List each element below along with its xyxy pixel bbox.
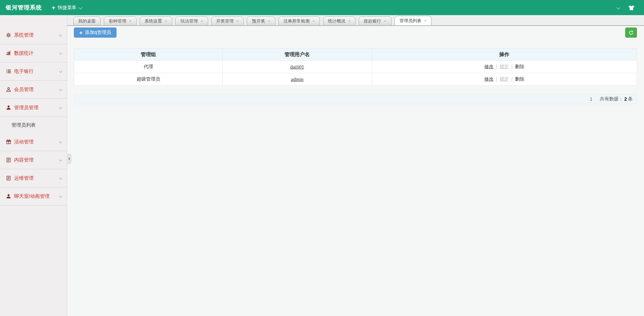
close-icon[interactable]: ×	[268, 19, 270, 23]
tab-my-desktop[interactable]: 我的桌面	[73, 16, 101, 25]
sidebar-item-chatroom[interactable]: 聊天室/动画管理	[0, 187, 67, 206]
chevron-down-icon	[59, 140, 62, 143]
theme-button[interactable]	[628, 5, 635, 10]
separator: |	[494, 64, 500, 69]
tab-play-mgmt[interactable]: 玩法管理×	[175, 16, 208, 25]
sidebar-item-admins[interactable]: 管理员管理	[0, 99, 67, 117]
chevron-down-icon	[59, 106, 62, 109]
add-admin-button[interactable]: + 添加q管理员	[74, 28, 117, 38]
add-admin-label: 添加q管理员	[85, 30, 111, 36]
column-header-actions: 操作	[372, 49, 637, 61]
workspace: 我的桌面 彩种管理× 系统设置× 玩法管理× 开奖管理× 预开奖× 注单异常检测…	[67, 15, 644, 316]
collapse-topbar-button[interactable]	[617, 6, 619, 9]
tab-label: 提款银行	[364, 18, 381, 24]
delete-link[interactable]: 删除	[515, 64, 524, 69]
separator: |	[494, 76, 500, 82]
arrow-left-icon	[68, 157, 70, 160]
tab-label: 系统设置	[145, 18, 162, 24]
username-link[interactable]: daili01	[290, 64, 304, 70]
cell-group: 代理	[74, 61, 223, 73]
tab-bar: 我的桌面 彩种管理× 系统设置× 玩法管理× 开奖管理× 预开奖× 注单异常检测…	[67, 15, 644, 26]
tab-label: 玩法管理	[180, 18, 198, 24]
sidebar-item-statistics[interactable]: 数据统计	[0, 44, 67, 62]
table-row: 超级管理员 admin 修改|锁定|删除	[74, 73, 637, 86]
edit-link[interactable]: 修改	[484, 64, 494, 69]
sidebar-item-label: 活动管理	[14, 139, 34, 145]
chevron-down-icon	[59, 51, 62, 55]
close-icon[interactable]: ×	[384, 19, 386, 23]
sidebar-item-ops[interactable]: 运维管理	[0, 169, 67, 187]
sidebar-item-label: 管理员管理	[14, 104, 39, 111]
cell-group: 超级管理员	[74, 73, 223, 86]
chevron-down-icon	[59, 176, 62, 180]
chevron-down-icon	[59, 33, 62, 37]
total-label: 共有数据：	[600, 96, 623, 102]
username-link[interactable]: admin	[291, 77, 304, 82]
column-header-username: 管理用户名	[223, 49, 372, 61]
gift-icon	[6, 139, 11, 144]
sidebar-item-activities[interactable]: 活动管理	[0, 133, 67, 151]
tab-draw-mgmt[interactable]: 开奖管理×	[211, 16, 244, 25]
topbar-right	[617, 5, 644, 10]
table-header-row: 管理组 管理用户名 操作	[74, 49, 637, 61]
close-icon[interactable]: ×	[200, 19, 203, 23]
app: 银河管理系统 + 快捷菜单 系统管理	[0, 0, 644, 316]
refresh-button[interactable]	[625, 28, 637, 38]
quick-menu-label: 快捷菜单	[58, 5, 77, 11]
pagination-bar: 1 共有数据：2条	[74, 94, 637, 104]
total-count: 2	[623, 96, 628, 102]
sidebar-item-ebank[interactable]: 电子银行	[0, 62, 67, 81]
close-icon[interactable]: ×	[165, 19, 168, 23]
bar-chart-icon	[6, 51, 11, 56]
tab-label: 注单异常检测	[283, 18, 310, 24]
tab-label: 开奖管理	[216, 18, 234, 24]
quick-menu-button[interactable]: + 快捷菜单	[47, 0, 86, 15]
tab-system-settings[interactable]: 系统设置×	[140, 16, 173, 25]
column-header-group: 管理组	[74, 49, 223, 61]
sidebar-item-label: 运维管理	[14, 175, 34, 181]
lock-link[interactable]: 锁定	[500, 76, 509, 82]
document-icon	[6, 176, 11, 181]
chevron-down-icon	[59, 70, 62, 73]
separator: |	[509, 76, 515, 82]
topbar: 银河管理系统 + 快捷菜单	[0, 0, 644, 15]
chevron-down-icon	[59, 158, 62, 162]
admin-table: 管理组 管理用户名 操作 代理 daili01 修改|锁定|删除	[74, 48, 637, 86]
delete-link[interactable]: 删除	[515, 76, 524, 82]
main: 系统管理 数据统计 电子银行 会员管理	[0, 15, 644, 316]
document-icon	[6, 157, 11, 163]
close-icon[interactable]: ×	[236, 19, 239, 23]
close-icon[interactable]: ×	[348, 19, 351, 23]
sidebar-item-content[interactable]: 内容管理	[0, 151, 67, 169]
sidebar-collapse-handle[interactable]	[67, 154, 71, 164]
edit-link[interactable]: 修改	[484, 76, 494, 82]
lock-link[interactable]: 锁定	[500, 64, 509, 69]
plus-icon: +	[52, 5, 55, 11]
tab-stats-overview[interactable]: 统计概况×	[323, 16, 356, 25]
tab-label: 管理员列表	[400, 18, 421, 24]
tab-label: 预开奖	[252, 18, 265, 24]
app-title: 银河管理系统	[0, 4, 47, 11]
user-outline-icon	[6, 87, 11, 92]
tab-withdraw-bank[interactable]: 提款银行×	[359, 16, 392, 25]
tab-lottery-mgmt[interactable]: 彩种管理×	[104, 16, 137, 25]
chevron-down-icon	[616, 5, 620, 9]
refresh-icon	[629, 30, 634, 35]
tab-admin-list[interactable]: 管理员列表×	[395, 16, 432, 25]
close-icon[interactable]: ×	[312, 19, 315, 23]
sidebar-item-members[interactable]: 会员管理	[0, 81, 67, 99]
sidebar-subitem-admin-list[interactable]: 管理员列表	[0, 117, 67, 133]
sidebar-item-label: 电子银行	[14, 68, 34, 75]
total-unit: 条	[628, 96, 633, 102]
tab-label: 我的桌面	[78, 18, 96, 24]
tab-pre-draw[interactable]: 预开奖×	[247, 16, 275, 25]
plus-icon: +	[79, 30, 83, 36]
close-icon[interactable]: ×	[129, 19, 132, 23]
close-icon[interactable]: ×	[424, 18, 427, 23]
tab-label: 彩种管理	[109, 18, 126, 24]
page-number[interactable]: 1	[586, 96, 596, 102]
sidebar-item-label: 系统管理	[14, 32, 34, 38]
tab-bet-anomaly[interactable]: 注单异常检测×	[278, 16, 320, 25]
sidebar-item-system[interactable]: 系统管理	[0, 26, 67, 44]
tshirt-icon	[628, 5, 635, 10]
